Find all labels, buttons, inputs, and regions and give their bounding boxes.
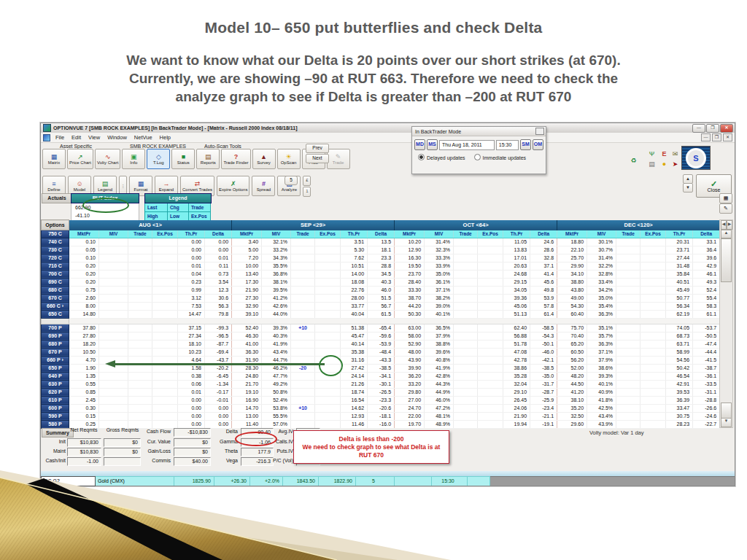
option-cell[interactable] (315, 262, 341, 270)
option-cell[interactable]: 45.6 (530, 278, 557, 286)
option-cell[interactable] (128, 356, 152, 364)
option-cell[interactable] (99, 404, 128, 412)
option-cell[interactable]: 28.00 (341, 294, 368, 302)
edit-icon[interactable]: ✎ (719, 203, 732, 214)
option-cell[interactable] (152, 404, 178, 412)
strike-label[interactable]: 600 P (42, 404, 69, 412)
option-cell[interactable]: 16.54 (341, 396, 368, 404)
option-cell[interactable]: 22.00 (395, 412, 425, 420)
option-cell[interactable] (128, 278, 152, 286)
option-cell[interactable]: 39.90 (395, 364, 425, 372)
option-cell[interactable]: -41.5 (693, 356, 720, 364)
option-cell[interactable] (99, 324, 128, 332)
option-cell[interactable]: 26.45 (503, 396, 530, 404)
option-cell[interactable] (291, 332, 315, 340)
option-cell[interactable]: -87.7 (205, 340, 232, 348)
scroll-left-button[interactable]: ◀ (721, 220, 727, 230)
option-cell[interactable]: -48.4 (368, 348, 395, 356)
option-cell[interactable]: 37.9% (425, 332, 454, 340)
option-cell[interactable] (291, 372, 315, 380)
option-cell[interactable]: 39.6% (425, 348, 454, 356)
option-cell[interactable]: -1.34 (205, 380, 232, 388)
option-cell[interactable]: -46.0 (530, 348, 557, 356)
option-cell[interactable] (128, 238, 152, 246)
option-cell[interactable]: 47.2% (425, 404, 454, 412)
option-cell[interactable] (152, 372, 178, 380)
mode-session-button[interactable]: MS (427, 139, 438, 150)
strike-label[interactable]: 650 C (42, 310, 69, 318)
option-cell[interactable]: 38.86 (503, 364, 530, 372)
option-cell[interactable]: -38.5 (530, 364, 557, 372)
option-cell[interactable]: 35.5% (262, 262, 291, 270)
option-cell[interactable]: 0.75 (69, 286, 99, 294)
option-cell[interactable] (315, 380, 341, 388)
option-cell[interactable]: 23.71 (666, 246, 693, 254)
option-cell[interactable]: -30.1 (368, 380, 395, 388)
option-cell[interactable]: 14.62 (341, 404, 368, 412)
option-cell[interactable] (616, 238, 640, 246)
pointer-icon[interactable]: ➤ (670, 160, 680, 168)
option-cell[interactable]: 44.20 (395, 302, 425, 310)
option-cell[interactable]: 0.73 (205, 270, 232, 278)
option-cell[interactable]: 5.30 (341, 246, 368, 254)
option-cell[interactable] (640, 310, 666, 318)
option-cell[interactable] (616, 278, 640, 286)
option-cell[interactable] (291, 412, 315, 420)
option-cell[interactable]: 37.80 (69, 324, 99, 332)
option-cell[interactable]: 58.00 (395, 332, 425, 340)
scrollbar-thumb[interactable] (721, 402, 732, 419)
month-header[interactable]: DEC <120> (557, 220, 720, 230)
option-cell[interactable]: 39.53 (666, 388, 693, 396)
option-cell[interactable]: 44.50 (557, 380, 587, 388)
option-cell[interactable]: 35.7% (587, 332, 616, 340)
option-cell[interactable]: 30.6 (205, 294, 232, 302)
option-cell[interactable]: 39.36 (503, 294, 530, 302)
option-cell[interactable] (128, 364, 152, 372)
option-cell[interactable] (99, 372, 128, 380)
option-cell[interactable]: 68.73 (666, 332, 693, 340)
option-cell[interactable] (454, 404, 478, 412)
scroll-right-button[interactable]: ▶ (727, 220, 732, 230)
option-cell[interactable] (291, 262, 315, 270)
option-cell[interactable]: -59.6 (368, 332, 395, 340)
option-cell[interactable]: 0.00 (178, 254, 205, 262)
option-cell[interactable]: 40.1% (425, 310, 454, 318)
strike-label[interactable]: 680 C (42, 286, 69, 294)
option-cell[interactable] (99, 246, 128, 254)
option-cell[interactable] (152, 396, 178, 404)
option-cell[interactable]: 46.0 (368, 286, 395, 294)
option-cell[interactable]: 0.01 (205, 254, 232, 262)
option-cell[interactable]: 54.56 (666, 356, 693, 364)
option-cell[interactable] (478, 286, 503, 294)
strike-label[interactable]: 630 P (42, 380, 69, 388)
option-cell[interactable]: 24.06 (503, 404, 530, 412)
toolbar-button-spread[interactable]: #Spread (252, 176, 275, 196)
option-cell[interactable]: 10.23 (178, 348, 205, 356)
option-cell[interactable]: 38.2% (425, 294, 454, 302)
mini-up-button[interactable]: £ (303, 176, 311, 186)
option-cell[interactable] (315, 332, 341, 340)
option-cell[interactable] (128, 404, 152, 412)
option-cell[interactable] (616, 286, 640, 294)
option-cell[interactable]: 70.40 (557, 332, 587, 340)
option-cell[interactable] (152, 380, 178, 388)
option-cell[interactable]: 37.1% (587, 348, 616, 356)
option-cell[interactable]: 0.00 (205, 420, 232, 428)
option-cell[interactable] (454, 348, 478, 356)
option-cell[interactable] (315, 396, 341, 404)
option-cell[interactable]: 35.0% (425, 270, 454, 278)
option-cell[interactable]: 2.60 (69, 294, 99, 302)
option-cell[interactable]: 55.5% (262, 412, 291, 420)
option-cell[interactable] (315, 364, 341, 372)
option-cell[interactable]: -25.9 (530, 396, 557, 404)
option-cell[interactable] (454, 332, 478, 340)
printer-icon[interactable]: ▤ (647, 160, 657, 168)
option-cell[interactable] (128, 246, 152, 254)
option-cell[interactable]: 53.9 (530, 294, 557, 302)
option-cell[interactable] (128, 310, 152, 318)
option-cell[interactable]: -0.01 (205, 396, 232, 404)
option-cell[interactable]: 32.50 (557, 412, 587, 420)
option-cell[interactable] (291, 420, 315, 428)
option-cell[interactable]: 29.10 (503, 388, 530, 396)
scroll-up-button[interactable]: ▲ (721, 230, 732, 238)
